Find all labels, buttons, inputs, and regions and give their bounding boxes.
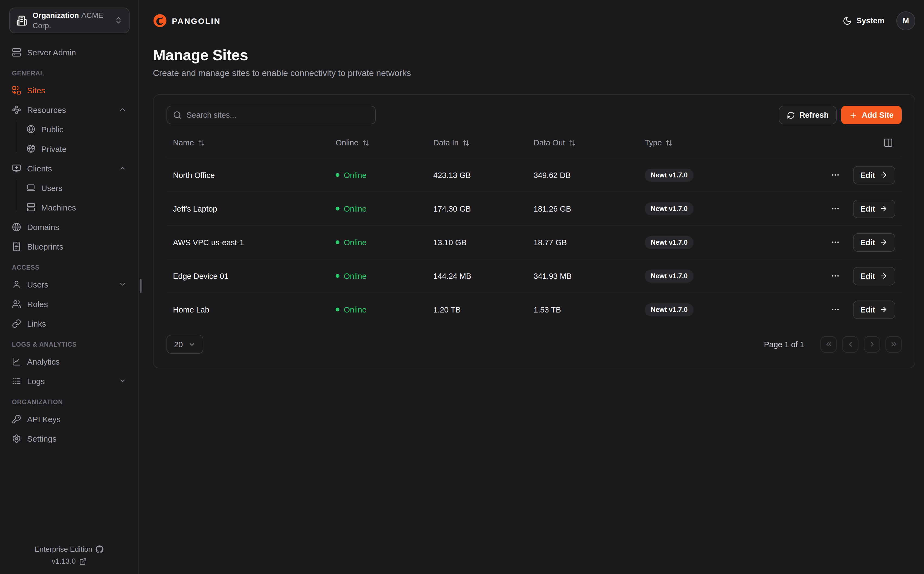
page-subtitle: Create and manage sites to enable connec… xyxy=(153,68,915,78)
table-row: Edge Device 01 Online 144.24 MB 341.93 M… xyxy=(167,259,902,293)
sidebar-item-logs[interactable]: Logs xyxy=(8,373,131,389)
search-box xyxy=(167,106,376,124)
chevron-right-icon xyxy=(868,340,876,348)
clients-subgroup: Users Machines xyxy=(16,180,131,215)
theme-toggle-button[interactable]: System xyxy=(843,16,885,25)
table-toolbar: Refresh Add Site xyxy=(167,106,902,124)
edition-row[interactable]: Enterprise Edition xyxy=(35,545,104,554)
sidebar-item-clients[interactable]: Clients xyxy=(8,160,131,176)
ellipsis-icon xyxy=(830,271,840,281)
globe-icon xyxy=(12,222,21,232)
site-type: Newt v1.7.0 xyxy=(645,303,828,316)
globe-lock-icon xyxy=(27,144,35,153)
version-row[interactable]: v1.13.0 xyxy=(52,557,87,565)
avatar[interactable]: M xyxy=(896,11,915,30)
site-data-in: 423.13 GB xyxy=(433,170,534,179)
sidebar-item-resources[interactable]: Resources xyxy=(8,101,131,118)
sort-icon xyxy=(666,139,673,146)
edit-button[interactable]: Edit xyxy=(853,300,895,319)
row-menu-button[interactable] xyxy=(828,168,842,182)
sidebar-scrollbar-thumb[interactable] xyxy=(140,279,141,293)
column-header-online[interactable]: Online xyxy=(336,138,433,147)
first-page-button[interactable] xyxy=(820,336,837,352)
sidebar-item-analytics[interactable]: Analytics xyxy=(8,353,131,369)
row-menu-button[interactable] xyxy=(828,269,842,283)
app-window: Organization ACME Corp. Server Admin GEN… xyxy=(0,0,924,574)
column-visibility-button[interactable] xyxy=(881,136,895,150)
combine-icon xyxy=(12,85,21,95)
type-badge: Newt v1.7.0 xyxy=(645,236,693,249)
sidebar-item-public[interactable]: Public xyxy=(22,121,131,137)
sidebar-item-users[interactable]: Users xyxy=(8,276,131,292)
sort-icon xyxy=(362,139,369,146)
edit-button[interactable]: Edit xyxy=(853,166,895,184)
site-data-out: 349.62 DB xyxy=(534,170,645,179)
chevron-down-icon xyxy=(119,377,126,385)
globe-icon xyxy=(27,125,35,134)
key-icon xyxy=(12,414,21,423)
search-input[interactable] xyxy=(167,106,376,124)
org-switcher[interactable]: Organization ACME Corp. xyxy=(9,8,130,33)
column-header-data-out[interactable]: Data Out xyxy=(534,138,645,147)
receipt-icon xyxy=(12,242,21,251)
section-label-organization: ORGANIZATION xyxy=(12,399,126,405)
column-header-type[interactable]: Type xyxy=(645,138,881,147)
page-title: Manage Sites xyxy=(153,47,915,64)
sidebar-item-machines[interactable]: Machines xyxy=(22,199,131,215)
brand-name: PANGOLIN xyxy=(172,16,221,25)
building-icon xyxy=(16,15,27,26)
next-page-button[interactable] xyxy=(864,336,880,352)
last-page-button[interactable] xyxy=(885,336,902,352)
sidebar-item-roles[interactable]: Roles xyxy=(8,296,131,312)
column-header-data-in[interactable]: Data In xyxy=(433,138,534,147)
sidebar-item-client-users[interactable]: Users xyxy=(22,180,131,196)
section-label-general: GENERAL xyxy=(12,70,126,77)
sites-card: Refresh Add Site Name Online xyxy=(153,95,915,368)
edit-button[interactable]: Edit xyxy=(853,233,895,251)
sidebar-item-server-admin[interactable]: Server Admin xyxy=(8,44,131,60)
edit-button[interactable]: Edit xyxy=(853,266,895,285)
previous-page-button[interactable] xyxy=(842,336,858,352)
site-status: Online xyxy=(336,204,433,213)
sidebar-item-domains[interactable]: Domains xyxy=(8,219,131,235)
sidebar-item-links[interactable]: Links xyxy=(8,315,131,331)
table-row: AWS VPC us-east-1 Online 13.10 GB 18.77 … xyxy=(167,226,902,259)
link-icon xyxy=(12,319,21,328)
section-label-access: ACCESS xyxy=(12,264,126,271)
brand[interactable]: PANGOLIN xyxy=(153,14,221,28)
site-name: AWS VPC us-east-1 xyxy=(173,238,336,247)
site-type: Newt v1.7.0 xyxy=(645,270,828,282)
type-badge: Newt v1.7.0 xyxy=(645,202,693,215)
sidebar-item-sites[interactable]: Sites xyxy=(8,82,131,98)
edit-button[interactable]: Edit xyxy=(853,199,895,218)
type-badge: Newt v1.7.0 xyxy=(645,303,693,316)
row-menu-button[interactable] xyxy=(828,303,842,316)
online-dot-icon xyxy=(336,173,339,177)
arrow-right-icon xyxy=(880,272,888,280)
online-dot-icon xyxy=(336,308,339,311)
row-menu-button[interactable] xyxy=(828,202,842,215)
site-status: Online xyxy=(336,170,433,179)
chart-line-icon xyxy=(12,357,21,366)
sidebar-item-settings[interactable]: Settings xyxy=(8,430,131,446)
refresh-button[interactable]: Refresh xyxy=(779,106,837,124)
site-data-in: 13.10 GB xyxy=(433,238,534,247)
sidebar-item-blueprints[interactable]: Blueprints xyxy=(8,238,131,254)
refresh-icon xyxy=(787,111,795,119)
org-switcher-label: Organization xyxy=(33,11,79,20)
chevrons-left-icon xyxy=(825,340,833,348)
section-label-logs-analytics: LOGS & ANALYTICS xyxy=(12,341,126,348)
page-size-select[interactable]: 20 xyxy=(167,335,203,354)
online-dot-icon xyxy=(336,207,339,210)
monitor-up-icon xyxy=(12,164,21,173)
column-header-name[interactable]: Name xyxy=(173,138,336,147)
sidebar-item-api-keys[interactable]: API Keys xyxy=(8,411,131,427)
type-badge: Newt v1.7.0 xyxy=(645,169,693,181)
laptop-icon xyxy=(27,183,35,192)
site-data-out: 18.77 GB xyxy=(534,238,645,247)
row-menu-button[interactable] xyxy=(828,235,842,249)
site-data-in: 174.30 GB xyxy=(433,204,534,213)
sidebar-item-private[interactable]: Private xyxy=(22,140,131,157)
add-site-button[interactable]: Add Site xyxy=(841,106,902,124)
ellipsis-icon xyxy=(830,204,840,213)
